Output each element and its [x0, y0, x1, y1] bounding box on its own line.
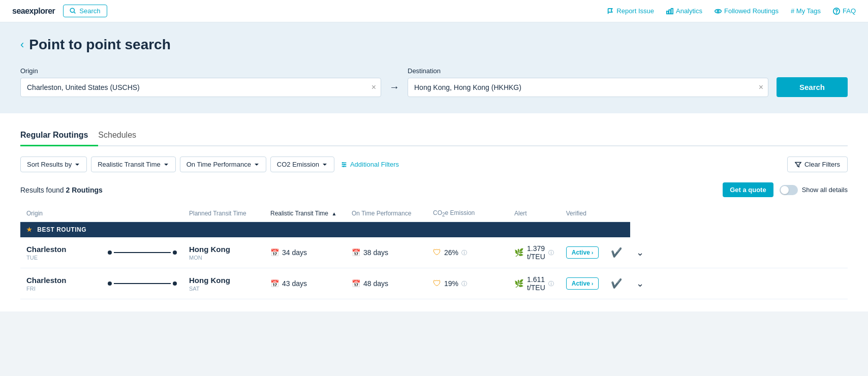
verified-checkmark-icon-2: ✔️	[611, 278, 622, 289]
origin-clear-icon[interactable]: ×	[371, 83, 376, 91]
sort-results-filter[interactable]: Sort Results by	[20, 156, 87, 172]
destination-input-wrap: ×	[408, 78, 768, 97]
active-chevron-icon-2: ›	[592, 280, 594, 287]
route-end-dot-2	[173, 281, 177, 286]
shield-icon-2: 🛡	[433, 279, 441, 288]
row2-origin: Charleston FRI	[20, 268, 102, 299]
destination-clear-icon[interactable]: ×	[759, 83, 763, 91]
alert-active-button-2[interactable]: Active ›	[566, 277, 599, 290]
tab-regular-routings[interactable]: Regular Routings	[20, 126, 98, 146]
row1-alert: Active ›	[560, 237, 605, 268]
chevron-down-icon-4	[322, 162, 328, 168]
info-icon-3[interactable]: ⓘ	[461, 280, 467, 288]
star-icon: ★	[26, 226, 33, 233]
table-row: Charleston TUE Hong Kong MON 📅	[20, 237, 848, 268]
col-header-co2: CO2e Emission	[427, 205, 508, 222]
info-icon-2[interactable]: ⓘ	[548, 249, 554, 257]
table-body: ★ BEST ROUTING Charleston TUE	[20, 222, 848, 299]
origin-label: Origin	[20, 67, 381, 75]
info-icon-4[interactable]: ⓘ	[548, 280, 554, 288]
logo: seaexplorer	[12, 7, 55, 16]
route-end-dot	[173, 250, 177, 255]
search-submit-button[interactable]: Search	[777, 77, 848, 97]
back-button[interactable]: ‹	[20, 38, 24, 51]
route-start-dot-2	[108, 281, 112, 286]
question-icon	[833, 8, 840, 15]
bar-chart-icon	[666, 8, 673, 15]
arrow-separator: →	[389, 81, 399, 93]
svg-point-14	[343, 166, 345, 167]
svg-line-1	[74, 12, 76, 14]
row2-expand: ⌄	[630, 268, 848, 299]
row2-realistic: 📅 48 days	[346, 268, 427, 299]
svg-point-0	[71, 8, 75, 12]
header-search-button[interactable]: Search	[63, 5, 107, 17]
row1-destination: Hong Kong MON	[183, 237, 264, 268]
toggle-switch[interactable]	[780, 185, 798, 195]
route-line-bar-2	[114, 283, 171, 284]
chevron-down-icon-2	[163, 162, 169, 168]
col-header-destination	[102, 205, 183, 222]
alert-active-button[interactable]: Active ›	[566, 246, 599, 259]
nav-item-report-issue[interactable]: Report Issue	[607, 7, 654, 15]
row2-destination: Hong Kong SAT	[183, 268, 264, 299]
additional-filters-button[interactable]: Additional Filters	[340, 161, 399, 168]
col-header-otp: On Time Performance	[346, 205, 427, 222]
tab-schedules[interactable]: Schedules	[98, 126, 146, 146]
row1-planned: 📅 34 days	[264, 237, 346, 268]
leaf-icon-2: 🌿	[514, 279, 524, 288]
row1-verified: ✔️	[605, 237, 630, 268]
row1-realistic: 📅 38 days	[346, 237, 427, 268]
verified-checkmark-icon: ✔️	[611, 247, 622, 258]
header: seaexplorer Search Report Issue Analytic…	[0, 0, 868, 22]
calendar-icon-2: 📅	[352, 248, 360, 257]
table-header: Origin Planned Transit Time Realistic Tr…	[20, 205, 848, 222]
row2-otp: 🛡 19% ⓘ	[427, 268, 508, 299]
clear-filters-button[interactable]: Clear Filters	[787, 156, 848, 172]
svg-point-8	[836, 13, 837, 13]
nav-item-analytics[interactable]: Analytics	[666, 7, 702, 15]
nav-item-followed-routings[interactable]: Followed Routings	[715, 7, 779, 15]
col-header-planned: Planned Transit Time	[183, 205, 264, 222]
header-nav: Report Issue Analytics Followed Routings…	[607, 7, 856, 15]
leaf-icon: 🌿	[514, 248, 524, 257]
expand-chevron-icon-2[interactable]: ⌄	[636, 278, 644, 289]
sort-ascending-icon: ▲	[331, 211, 336, 216]
co2-emission-filter[interactable]: CO2 Emission	[270, 156, 334, 172]
col-header-verified: Verified	[560, 205, 605, 222]
row2-emission: 🌿 1.611 t/TEU ⓘ	[508, 268, 560, 299]
nav-item-faq[interactable]: FAQ	[833, 7, 856, 15]
row1-otp: 🛡 26% ⓘ	[427, 237, 508, 268]
destination-label: Destination	[408, 67, 768, 75]
col-header-alert: Alert	[508, 205, 560, 222]
svg-rect-2	[667, 11, 669, 14]
search-icon	[70, 8, 76, 14]
page-title: Point to point search	[29, 37, 170, 53]
svg-rect-3	[669, 10, 671, 14]
sliders-icon	[340, 161, 348, 168]
calendar-icon-4: 📅	[352, 279, 360, 288]
svg-point-6	[717, 10, 719, 12]
get-quote-button[interactable]: Get a quote	[723, 182, 773, 197]
origin-input[interactable]	[20, 78, 381, 97]
toggle-knob	[781, 186, 789, 194]
row2-planned: 📅 43 days	[264, 268, 346, 299]
destination-input[interactable]	[408, 78, 768, 97]
on-time-performance-filter[interactable]: On Time Performance	[180, 156, 266, 172]
row2-alert: Active ›	[560, 268, 605, 299]
results-count: Results found 2 Routings	[20, 186, 103, 194]
table-row: Charleston FRI Hong Kong SAT 📅	[20, 268, 848, 299]
route-start-dot	[108, 250, 112, 255]
info-icon[interactable]: ⓘ	[461, 249, 467, 257]
calendar-icon-3: 📅	[270, 279, 279, 288]
best-routing-banner: ★ BEST ROUTING	[20, 222, 848, 238]
svg-rect-4	[671, 8, 673, 14]
nav-item-my-tags[interactable]: # My Tags	[791, 7, 821, 15]
hero-section: ‹ Point to point search Origin × → Desti…	[0, 22, 868, 113]
row2-verified: ✔️	[605, 268, 630, 299]
eye-icon	[715, 8, 722, 15]
expand-chevron-icon[interactable]: ⌄	[636, 247, 644, 258]
active-chevron-icon: ›	[592, 249, 594, 256]
routings-table: Origin Planned Transit Time Realistic Tr…	[20, 205, 848, 299]
realistic-transit-filter[interactable]: Realistic Transit Time	[91, 156, 176, 172]
